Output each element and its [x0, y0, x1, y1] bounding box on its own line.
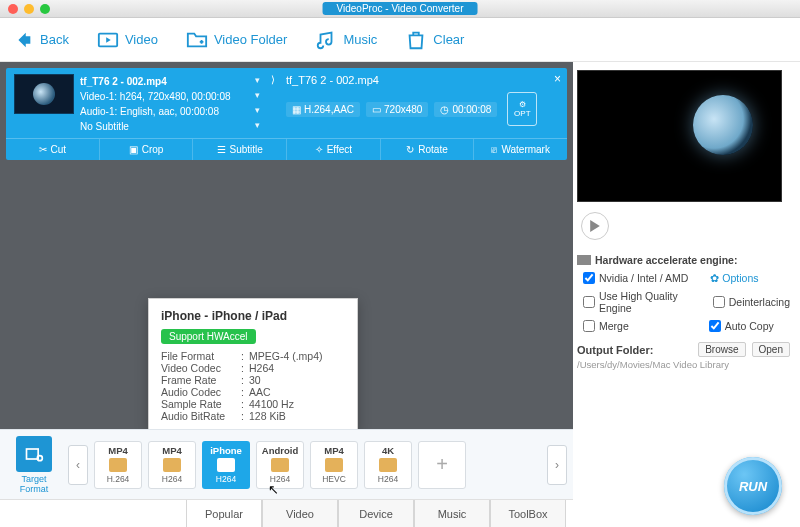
music-icon — [315, 29, 337, 51]
format-preset[interactable]: MP4HEVC — [310, 441, 358, 489]
chevron-down-icon[interactable]: ▾ — [255, 104, 260, 119]
output-folder-path: /Users/dy/Movies/Mac Video Library — [577, 359, 790, 370]
add-format-button[interactable]: + — [418, 441, 466, 489]
play-button[interactable] — [581, 212, 609, 240]
format-preset[interactable]: 4KH264 — [364, 441, 412, 489]
formats-prev-button[interactable]: ‹ — [68, 445, 88, 485]
folder-icon — [186, 29, 208, 51]
add-video-folder-button[interactable]: Video Folder — [186, 29, 287, 51]
format-strip: Target Format ‹ MP4H.264MP4H264iPhoneH26… — [0, 429, 573, 499]
output-spec: tf_T76 2 - 002.mp4 ▦H.264,AAC ▭720x480 ◷… — [286, 74, 559, 126]
subtitle-button[interactable]: ☰Subtitle — [193, 139, 287, 160]
browse-button[interactable]: Browse — [698, 342, 745, 357]
hwaccel-badge: Support HWAccel — [161, 329, 256, 344]
bottom-tabs: PopularVideoDeviceMusicToolBox — [0, 499, 573, 527]
target-format-label: Target Format — [20, 474, 49, 494]
title-bar: VideoProc - Video Converter — [0, 0, 800, 18]
format-preset[interactable]: MP4H264 — [148, 441, 196, 489]
hw-accel-header: Hardware accelerate engine: — [577, 254, 790, 266]
bottom-tab[interactable]: ToolBox — [490, 500, 566, 527]
target-format-icon — [16, 436, 52, 472]
video-folder-label: Video Folder — [214, 32, 287, 47]
effect-button[interactable]: ✧Effect — [287, 139, 381, 160]
format-preset[interactable]: MP4H.264 — [94, 441, 142, 489]
tooltip-row: Frame Rate:30 — [161, 374, 345, 386]
close-window-icon[interactable] — [8, 4, 18, 14]
play-icon — [589, 220, 601, 232]
source-video-track: Video-1: h264, 720x480, 00:00:08 — [80, 89, 231, 104]
music-label: Music — [343, 32, 377, 47]
bottom-tab[interactable]: Music — [414, 500, 490, 527]
codec-options-button[interactable]: ⚙ OPT — [507, 92, 537, 126]
tooltip-row: Audio Codec:AAC — [161, 386, 345, 398]
back-button[interactable]: Back — [12, 29, 69, 51]
edit-toolbar: ✂Cut ▣Crop ☰Subtitle ✧Effect ↻Rotate ⎚Wa… — [6, 138, 567, 160]
remove-item-button[interactable]: × — [554, 72, 561, 86]
back-arrow-icon — [12, 29, 34, 51]
merge-checkbox[interactable]: Merge — [583, 320, 629, 332]
bottom-tab[interactable]: Device — [338, 500, 414, 527]
add-music-button[interactable]: Music — [315, 29, 377, 51]
resolution-badge: ▭720x480 — [366, 102, 428, 117]
tooltip-row: Sample Rate:44100 Hz — [161, 398, 345, 410]
hq-engine-checkbox[interactable]: Use High Quality Engine — [583, 290, 691, 314]
add-video-button[interactable]: Video — [97, 29, 158, 51]
gear-icon: ⚙ — [519, 100, 526, 109]
crop-icon: ▣ — [129, 144, 138, 155]
format-preset[interactable]: iPhoneH264 — [202, 441, 250, 489]
watermark-icon: ⎚ — [491, 144, 497, 155]
tooltip-row: Video Codec:H264 — [161, 362, 345, 374]
clear-button[interactable]: Clear — [405, 29, 464, 51]
side-panel: Hardware accelerate engine: Nvidia / Int… — [573, 62, 800, 527]
watermark-button[interactable]: ⎚Watermark — [474, 139, 567, 160]
app-title: VideoProc - Video Converter — [323, 2, 478, 15]
source-filename: tf_T76 2 - 002.mp4 — [80, 74, 167, 89]
duration-badge: ◷00:00:08 — [434, 102, 497, 117]
clock-icon: ◷ — [440, 104, 449, 115]
chevron-down-icon[interactable]: ▾ — [255, 119, 260, 134]
video-label: Video — [125, 32, 158, 47]
open-folder-button[interactable]: Open — [752, 342, 790, 357]
crop-button[interactable]: ▣Crop — [100, 139, 194, 160]
run-button[interactable]: RUN — [724, 457, 782, 515]
hw-options-button[interactable]: ✿Options — [710, 272, 758, 284]
zoom-window-icon[interactable] — [40, 4, 50, 14]
source-metadata: tf_T76 2 - 002.mp4▾ Video-1: h264, 720x4… — [80, 74, 260, 134]
chip-icon — [577, 255, 591, 265]
formats-next-button[interactable]: › — [547, 445, 567, 485]
clear-label: Clear — [433, 32, 464, 47]
opt-label: OPT — [514, 109, 530, 118]
format-preset[interactable]: AndroidH264 — [256, 441, 304, 489]
item-list-area: iPhone - iPhone / iPad Support HWAccel F… — [0, 160, 573, 429]
chevron-down-icon[interactable]: ▾ — [255, 89, 260, 104]
deinterlacing-checkbox[interactable]: Deinterlacing — [713, 296, 790, 308]
tooltip-row: File Format:MPEG-4 (.mp4) — [161, 350, 345, 362]
chevron-down-icon[interactable]: ▾ — [255, 74, 260, 89]
hw-accel-checkbox[interactable]: Nvidia / Intel / AMD — [583, 272, 688, 284]
tooltip-title: iPhone - iPhone / iPad — [161, 309, 345, 323]
source-thumbnail — [14, 74, 74, 114]
back-label: Back — [40, 32, 69, 47]
auto-copy-checkbox[interactable]: Auto Copy — [709, 320, 774, 332]
scissors-icon: ✂ — [39, 144, 47, 155]
preview-content — [693, 95, 753, 155]
trash-icon — [405, 29, 427, 51]
subtitle-icon: ☰ — [217, 144, 226, 155]
run-label: RUN — [739, 479, 767, 494]
cut-button[interactable]: ✂Cut — [6, 139, 100, 160]
minimize-window-icon[interactable] — [24, 4, 34, 14]
window-controls — [0, 4, 50, 14]
film-icon: ▦ — [292, 104, 301, 115]
bottom-tab[interactable]: Video — [262, 500, 338, 527]
format-tooltip: iPhone - iPhone / iPad Support HWAccel F… — [148, 298, 358, 431]
svg-rect-1 — [27, 449, 39, 459]
magic-wand-icon: ✧ — [315, 144, 323, 155]
rotate-button[interactable]: ↻Rotate — [381, 139, 475, 160]
source-subtitle: No Subtitle — [80, 119, 129, 134]
gear-icon: ✿ — [710, 272, 719, 284]
bottom-tab[interactable]: Popular — [186, 500, 262, 527]
video-icon — [97, 29, 119, 51]
tooltip-row: Audio BitRate:128 KiB — [161, 410, 345, 422]
video-item-card[interactable]: × tf_T76 2 - 002.mp4▾ Video-1: h264, 720… — [6, 68, 567, 160]
target-format-indicator: Target Format — [6, 436, 62, 494]
